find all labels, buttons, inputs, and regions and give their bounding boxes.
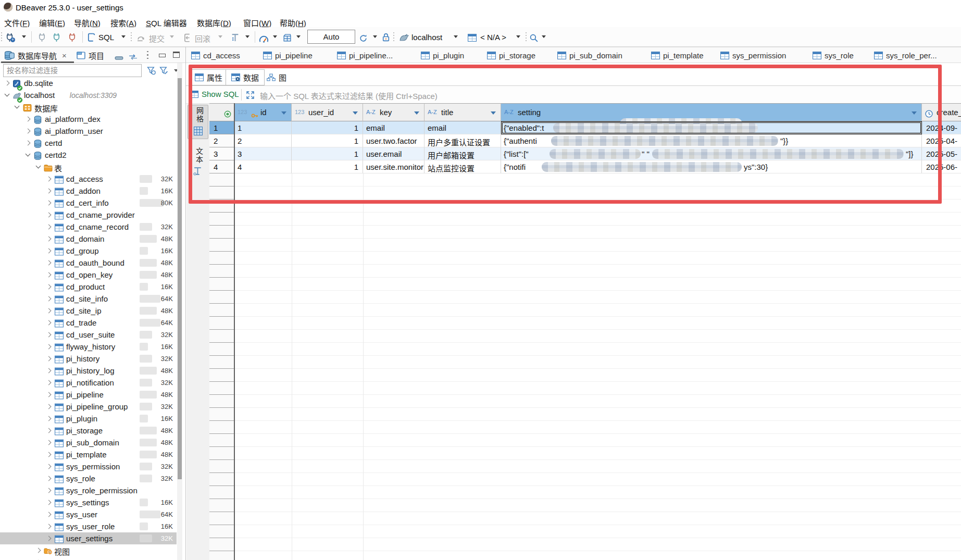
dropdown-caret[interactable]	[373, 35, 377, 38]
tree-item-[interactable]: 表	[0, 161, 177, 173]
dropdown-caret[interactable]	[542, 35, 546, 38]
chevron-right-icon[interactable]	[46, 404, 52, 409]
chevron-right-icon[interactable]	[46, 392, 52, 397]
chevron-right-icon[interactable]	[46, 488, 52, 493]
schema-name[interactable]: < N/A >	[480, 33, 506, 42]
sql-editor-label[interactable]: SQL	[98, 33, 114, 42]
collapse-all-icon[interactable]	[115, 53, 123, 63]
chevron-right-icon[interactable]	[46, 344, 52, 350]
dropdown-caret[interactable]	[273, 35, 277, 38]
close-icon[interactable]: ×	[62, 51, 67, 60]
tree-item-[interactable]: 数据库	[0, 101, 177, 113]
tree-item-sys_role_permission[interactable]: sys_role_permission	[0, 484, 177, 496]
chevron-right-icon[interactable]	[46, 260, 52, 266]
chevron-right-icon[interactable]	[36, 548, 41, 553]
tree-item-cd_open_key[interactable]: cd_open_key48K	[0, 269, 177, 281]
tree-item-pi_plugin[interactable]: pi_plugin16K	[0, 413, 177, 425]
tree-item-pi_history_log[interactable]: pi_history_log48K	[0, 365, 177, 377]
rollback-label[interactable]: 回滚	[195, 33, 210, 44]
editor-tab-pi_sub_domain[interactable]: pi_sub_domain	[557, 49, 622, 62]
tree-item-cd_access[interactable]: cd_access32K	[0, 173, 177, 185]
lock-icon[interactable]	[382, 32, 390, 42]
chevron-right-icon[interactable]	[46, 177, 52, 182]
minimize-panel-icon[interactable]	[159, 54, 166, 57]
view-menu-icon[interactable]	[147, 51, 148, 59]
tree-item-cd_cname_provider[interactable]: cd_cname_provider	[0, 209, 177, 221]
chevron-right-icon[interactable]	[5, 81, 10, 86]
chevron-down-icon[interactable]	[36, 164, 41, 169]
tree-item-cd_site_info[interactable]: cd_site_info64K	[0, 293, 177, 305]
link-editor-icon[interactable]	[129, 52, 138, 61]
chevron-right-icon[interactable]	[46, 320, 52, 326]
tree-item-ai_platform_dex[interactable]: ai_platform_dex	[0, 113, 177, 125]
dropdown-caret[interactable]	[296, 35, 301, 38]
commit-icon[interactable]	[136, 33, 145, 43]
tree-item-sys_permission[interactable]: sys_permission32K	[0, 461, 177, 472]
tree-item-cd_cname_record[interactable]: cd_cname_record32K	[0, 221, 177, 233]
output-icon[interactable]	[283, 33, 292, 42]
chevron-right-icon[interactable]	[46, 284, 52, 290]
editor-tab-pi_template[interactable]: pi_template	[651, 49, 704, 62]
chevron-right-icon[interactable]	[46, 356, 52, 362]
chevron-right-icon[interactable]	[46, 416, 52, 421]
chevron-right-icon[interactable]	[46, 213, 52, 218]
chevron-right-icon[interactable]	[46, 512, 52, 517]
auto-commit-select[interactable]: Auto	[307, 30, 355, 44]
tree-item-pi_pipeline_group[interactable]: pi_pipeline_group32K	[0, 401, 177, 413]
tree-item-certd2[interactable]: certd2	[0, 149, 177, 161]
tree-item-pi_storage[interactable]: pi_storage48K	[0, 425, 177, 437]
chevron-right-icon[interactable]	[46, 296, 52, 302]
editor-tab-sys_role[interactable]: sys_role	[813, 49, 854, 62]
chevron-right-icon[interactable]	[46, 452, 52, 457]
tab-database-navigator[interactable]: 数据库导航×	[4, 49, 67, 62]
chevron-right-icon[interactable]	[46, 272, 52, 278]
chevron-down-icon[interactable]	[26, 152, 31, 157]
tree-item-pi_notification[interactable]: pi_notification32K	[0, 377, 177, 389]
chevron-right-icon[interactable]	[46, 440, 52, 445]
chevron-right-icon[interactable]	[46, 248, 52, 254]
tree-item-user_settings[interactable]: user_settings32K	[0, 532, 177, 544]
tab-projects[interactable]: 项目	[77, 49, 104, 62]
chevron-right-icon[interactable]	[46, 189, 52, 194]
connect-icon[interactable]	[38, 32, 46, 42]
tree-item-db.sqlite[interactable]: db.sqlite	[0, 77, 177, 89]
chevron-down-icon[interactable]	[15, 104, 20, 109]
tree-item-localhost[interactable]: localhostlocalhost:3309	[0, 89, 177, 101]
editor-tab-sys_role_per[interactable]: sys_role_per...	[874, 49, 937, 62]
schema-icon[interactable]	[468, 33, 477, 42]
tree-item-flyway_history[interactable]: flyway_history16K	[0, 341, 177, 353]
chevron-right-icon[interactable]	[46, 500, 52, 505]
commit-label[interactable]: 提交	[149, 33, 165, 44]
tree-item-pi_history[interactable]: pi_history32K	[0, 353, 177, 365]
maximize-panel-icon[interactable]	[173, 52, 180, 58]
filter-edit-icon[interactable]	[159, 66, 168, 75]
dropdown-caret[interactable]	[454, 35, 458, 38]
editor-tab-pi_plugin[interactable]: pi_plugin	[421, 49, 464, 62]
tree-item-cd_domain[interactable]: cd_domain48K	[0, 233, 177, 245]
transaction-log-icon[interactable]	[231, 33, 239, 42]
chevron-right-icon[interactable]	[26, 117, 31, 122]
disconnect-icon[interactable]	[68, 32, 77, 42]
tree-item-sys_user_role[interactable]: sys_user_role16K	[0, 520, 177, 532]
chevron-right-icon[interactable]	[46, 524, 52, 529]
editor-tab-pi_pipeline[interactable]: pi_pipeline	[263, 49, 313, 62]
search-icon[interactable]	[530, 33, 538, 42]
tree-item-cd_addon[interactable]: cd_addon16K	[0, 185, 177, 197]
chevron-right-icon[interactable]	[46, 201, 52, 206]
chevron-right-icon[interactable]	[46, 428, 52, 433]
sidebar-scrollbar-thumb[interactable]	[178, 78, 182, 479]
tree-item-pi_sub_domain[interactable]: pi_sub_domain48K	[0, 437, 177, 449]
dropdown-caret[interactable]	[245, 35, 249, 38]
chevron-right-icon[interactable]	[46, 464, 52, 469]
dashboard-icon[interactable]	[259, 34, 269, 43]
chevron-right-icon[interactable]	[46, 536, 52, 541]
connection-type-icon[interactable]	[399, 33, 409, 42]
editor-tab-cd_access[interactable]: cd_access	[191, 49, 240, 62]
chevron-right-icon[interactable]	[26, 141, 31, 146]
connection-filter-input[interactable]: 按名称过滤连接	[3, 64, 142, 77]
tree-item-sys_settings[interactable]: sys_settings16K	[0, 496, 177, 508]
tree-item-cd_group[interactable]: cd_group16K	[0, 245, 177, 257]
chevron-right-icon[interactable]	[46, 225, 52, 230]
editor-tab-pi_pipeline[interactable]: pi_pipeline...	[337, 49, 393, 62]
sql-editor-icon[interactable]	[88, 32, 95, 42]
